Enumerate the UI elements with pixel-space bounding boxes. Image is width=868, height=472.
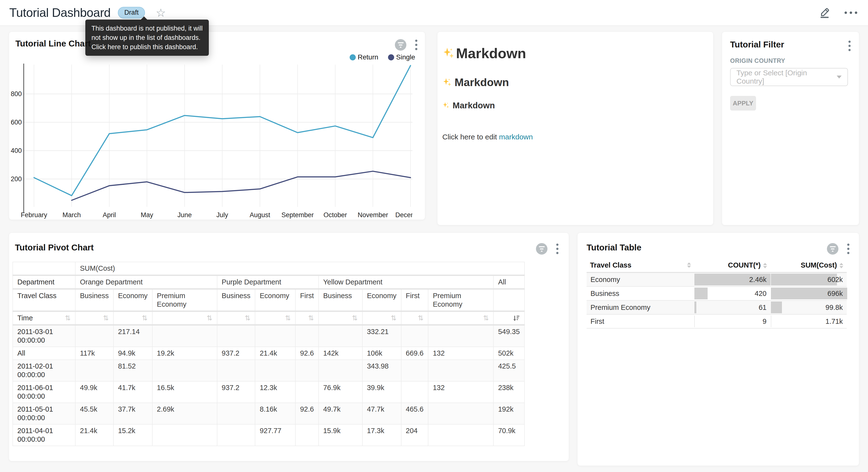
ellipsis-dot bbox=[844, 11, 847, 14]
pivot-class-row: Travel ClassBusinessEconomyPremium Econo… bbox=[13, 289, 524, 311]
pivot-department-cell: Yellow Department bbox=[319, 275, 493, 289]
pivot-class-cell: Business bbox=[75, 289, 114, 311]
sort-icon[interactable]: ⇅ bbox=[103, 314, 108, 322]
pivot-value-cell: 106k bbox=[362, 347, 401, 360]
sort-icon[interactable]: ⇅ bbox=[391, 314, 396, 322]
pivot-row-label: All bbox=[13, 347, 75, 360]
filter-badge-icon[interactable] bbox=[827, 243, 838, 255]
pivot-data-row: 2011-05-01 00:00:0045.5k37.7k2.69k8.16k9… bbox=[13, 403, 524, 424]
pivot-table: SUM(Cost)DepartmentOrange DepartmentPurp… bbox=[12, 262, 525, 446]
count-cell: 420 bbox=[694, 287, 770, 301]
pivot-value-cell: 49.9k bbox=[75, 381, 114, 403]
x-axis-label: November bbox=[358, 211, 388, 218]
origin-country-label: ORIGIN COUNTRY bbox=[730, 57, 785, 64]
markdown-edit-link[interactable]: markdown bbox=[499, 133, 533, 141]
filter-card-title: Tutorial Filter bbox=[730, 40, 784, 50]
pivot-value-cell bbox=[319, 360, 362, 381]
column-header-sum-cost[interactable]: SUM(Cost) bbox=[770, 258, 847, 272]
pivot-class-cell: Premium Economy bbox=[152, 289, 217, 311]
pivot-class-header: Travel Class bbox=[13, 289, 75, 311]
kebab-menu-icon[interactable] bbox=[414, 38, 419, 52]
sort-icon[interactable]: ⇅ bbox=[65, 314, 71, 322]
pivot-sort-cell: ⇅ bbox=[114, 311, 152, 325]
markdown-heading-3: Markdown bbox=[442, 100, 708, 110]
legend-swatch bbox=[350, 54, 356, 60]
kebab-menu-icon[interactable] bbox=[846, 242, 851, 256]
x-axis-label: December bbox=[395, 211, 412, 218]
pivot-value-cell: 669.6 bbox=[401, 347, 428, 360]
pivot-all-header: All bbox=[493, 275, 524, 289]
table-row: Premium Economy6199.8k bbox=[587, 301, 847, 315]
pivot-department-cell: Orange Department bbox=[75, 275, 217, 289]
count-cell: 2.46k bbox=[694, 272, 770, 287]
markdown-heading-text: Markdown bbox=[456, 45, 526, 61]
sort-carets-icon[interactable] bbox=[839, 263, 843, 268]
line-chart-card: Tutorial Line Chart 200400600800February… bbox=[9, 32, 425, 220]
sort-carets-icon[interactable] bbox=[687, 262, 691, 268]
sum-bar bbox=[771, 316, 771, 327]
pivot-value-cell: 937.2 bbox=[217, 381, 255, 403]
kebab-menu-icon[interactable] bbox=[847, 39, 852, 53]
column-header-count[interactable]: COUNT(*) bbox=[694, 258, 770, 272]
kebab-menu-icon[interactable] bbox=[555, 242, 560, 256]
sort-icon[interactable]: ⇅ bbox=[308, 314, 314, 322]
x-axis-label: February bbox=[21, 211, 48, 218]
filter-card-icons bbox=[847, 39, 852, 53]
legend-item-single[interactable]: Single bbox=[388, 53, 415, 61]
pivot-row-label: 2011-02-01 00:00:00 bbox=[13, 360, 75, 381]
count-bar bbox=[694, 288, 708, 299]
pivot-value-cell: 8.16k bbox=[255, 403, 296, 424]
pivot-sort-cell-active bbox=[493, 311, 524, 325]
filter-badge-icon[interactable] bbox=[536, 243, 548, 255]
sort-icon[interactable]: ⇅ bbox=[352, 314, 358, 322]
sort-icon[interactable]: ⇅ bbox=[285, 314, 291, 322]
table-card-title: Tutorial Table bbox=[587, 243, 641, 253]
pivot-class-cell: Premium Economy bbox=[428, 289, 493, 311]
pivot-value-cell bbox=[217, 360, 255, 381]
pivot-chart-title: Tutorial Pivot Chart bbox=[15, 243, 94, 253]
sort-carets-icon[interactable] bbox=[763, 263, 767, 268]
markdown-paragraph: Click here to edit markdown bbox=[442, 133, 708, 141]
edit-dashboard-button[interactable] bbox=[818, 6, 831, 19]
series-line-single bbox=[72, 171, 410, 200]
pivot-value-cell: 76.9k bbox=[319, 381, 362, 403]
sort-icon[interactable]: ⇅ bbox=[245, 314, 250, 322]
pivot-data-row: 2011-06-01 00:00:0049.9k41.7k16.5k937.21… bbox=[13, 381, 524, 403]
pivot-value-cell: 41.7k bbox=[114, 381, 152, 403]
sort-descending-icon[interactable] bbox=[513, 315, 520, 322]
filter-card: Tutorial Filter ORIGIN COUNTRY Type or S… bbox=[722, 32, 859, 225]
pivot-value-cell bbox=[75, 360, 114, 381]
legend-item-return[interactable]: Return bbox=[350, 53, 378, 61]
filter-badge-icon[interactable] bbox=[395, 39, 406, 51]
pivot-value-cell bbox=[401, 381, 428, 403]
sort-icon[interactable]: ⇅ bbox=[418, 314, 424, 322]
pivot-value-cell bbox=[401, 325, 428, 347]
markdown-card: Markdown Markdown Markdown Click here to… bbox=[437, 32, 713, 225]
sparkle-icon bbox=[442, 102, 450, 109]
pivot-value-cell bbox=[428, 360, 493, 381]
dashboard-page: Tutorial Dashboard Draft ☆ This dashboar… bbox=[0, 0, 868, 472]
x-axis-label: October bbox=[323, 211, 347, 218]
markdown-paragraph-text: Click here to edit bbox=[442, 133, 499, 141]
sort-icon[interactable]: ⇅ bbox=[142, 314, 148, 322]
pivot-class-cell: Business bbox=[319, 289, 362, 311]
pivot-sort-cell: ⇅ bbox=[296, 311, 318, 325]
markdown-heading-2: Markdown bbox=[442, 76, 708, 89]
apply-button[interactable]: APPLY bbox=[730, 96, 756, 111]
more-actions-button[interactable] bbox=[843, 10, 859, 16]
sum-cost-cell: 1.71k bbox=[770, 315, 847, 328]
sum-cost-cell: 99.8k bbox=[770, 301, 847, 315]
tooltip-line: This dashboard is not published, it will bbox=[91, 24, 203, 33]
origin-country-select[interactable]: Type or Select [Origin Country] bbox=[730, 68, 848, 86]
pivot-value-cell: 92.6 bbox=[296, 403, 318, 424]
column-header-travel-class[interactable]: Travel Class bbox=[587, 258, 694, 272]
favorite-star-icon[interactable]: ☆ bbox=[156, 7, 166, 18]
travel-class-cell: Economy bbox=[587, 272, 694, 287]
pivot-value-cell: 17.3k bbox=[362, 424, 401, 446]
x-axis-label: August bbox=[250, 211, 271, 218]
legend-swatch bbox=[388, 54, 394, 60]
sort-icon[interactable]: ⇅ bbox=[483, 314, 489, 322]
sort-icon[interactable]: ⇅ bbox=[207, 314, 212, 322]
x-axis-label: May bbox=[141, 211, 153, 218]
pivot-value-cell: 47.7k bbox=[362, 403, 401, 424]
